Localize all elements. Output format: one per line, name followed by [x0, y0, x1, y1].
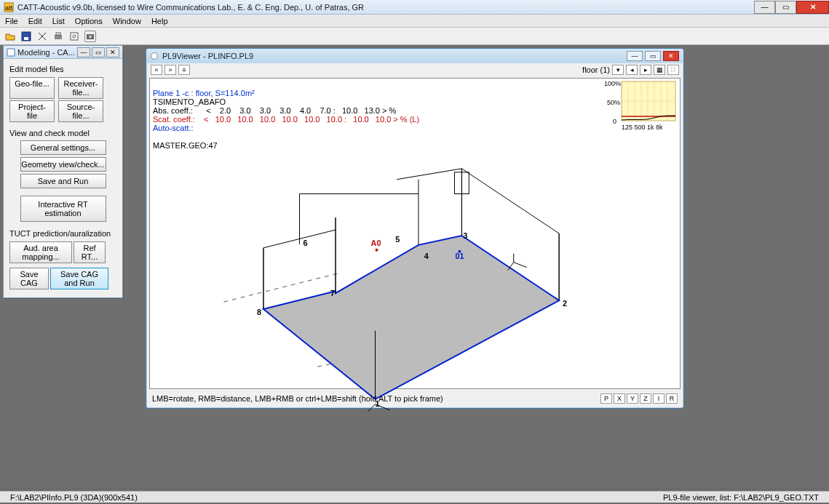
menubar: File Edit List Options Window Help: [0, 15, 829, 28]
menu-list[interactable]: List: [51, 17, 66, 25]
view-mode-buttons: P X Y Z I R: [600, 393, 678, 404]
preview-icon[interactable]: [68, 31, 80, 42]
pl9-viewer-window: PL9Viewer - PLINFO.PL9 — ▭ ✕ « » ≡ floor…: [146, 48, 684, 409]
ref-rt-button[interactable]: Ref RT...: [74, 241, 106, 263]
view-p-button[interactable]: P: [600, 393, 612, 404]
titlebar: att CATT-Acoustic v9.0b, licensed to Wir…: [0, 0, 829, 15]
floor-label: floor (1): [582, 65, 610, 74]
svg-text:5: 5: [395, 235, 400, 244]
svg-text:att: att: [5, 3, 13, 11]
view-z-button[interactable]: Z: [640, 393, 651, 404]
section-tuct-label: TUCT prediction/auralization: [9, 229, 116, 238]
viewer-maximize-button[interactable]: ▭: [645, 51, 661, 61]
aud-area-mapping-button[interactable]: Aud. area mapping...: [9, 241, 72, 263]
modeling-palette: Modeling - CA... — ▭ ✕ Edit model files …: [3, 45, 123, 298]
source-marker: A0: [371, 239, 381, 252]
interactive-rt-button[interactable]: Interactive RT estimation: [20, 196, 106, 222]
viewer-title: PL9Viewer - PLINFO.PL9: [162, 52, 624, 60]
svg-line-54: [368, 404, 376, 412]
source-file-button[interactable]: Source-file...: [58, 100, 103, 122]
svg-text:3: 3: [463, 231, 467, 240]
svg-rect-3: [24, 37, 28, 40]
section-edit-label: Edit model files: [9, 65, 116, 73]
svg-text:01: 01: [455, 252, 464, 260]
toggle-dots-button[interactable]: ∷: [667, 65, 679, 75]
nav-next-button[interactable]: »: [164, 65, 176, 75]
cut-icon[interactable]: [36, 31, 48, 42]
viewer-minimize-button[interactable]: —: [627, 51, 643, 61]
svg-text:6: 6: [303, 239, 307, 247]
geometry-view-button[interactable]: Geometry view/check...: [20, 157, 106, 172]
menu-edit[interactable]: Edit: [27, 17, 44, 25]
camera-icon[interactable]: [84, 31, 96, 42]
status-taskbar: F:\LAB2\PlInfo.PL9 (3DA)(900x541) PL9-fi…: [0, 491, 829, 503]
prev-plane-button[interactable]: ◂: [626, 65, 638, 75]
geometry-3d-view: 54 32 18 76 A0 01: [150, 79, 680, 388]
nav-first-button[interactable]: «: [151, 65, 162, 75]
app-icon: att: [4, 2, 14, 12]
palette-maximize-button[interactable]: ▭: [92, 47, 105, 57]
nav-list-button[interactable]: ≡: [178, 65, 190, 75]
viewer-canvas[interactable]: Plane 1 -c : floor, S=114.0m² TSIMENTO_A…: [149, 78, 681, 389]
print-icon[interactable]: [52, 31, 64, 42]
svg-line-55: [514, 263, 527, 268]
window-maximize-button[interactable]: [775, 1, 796, 14]
dropdown-icon[interactable]: ▾: [612, 65, 624, 75]
receiver-marker: 01: [455, 250, 464, 260]
section-view-label: View and check model: [9, 129, 116, 137]
next-plane-button[interactable]: ▸: [640, 65, 651, 75]
menu-options[interactable]: Options: [74, 17, 104, 25]
open-icon[interactable]: [4, 31, 16, 42]
palette-icon: [7, 48, 15, 57]
view-x-button[interactable]: X: [614, 393, 625, 404]
svg-text:8: 8: [257, 308, 261, 316]
svg-text:2: 2: [563, 299, 567, 308]
palette-close-button[interactable]: ✕: [106, 47, 119, 57]
mdi-area: Modeling - CA... — ▭ ✕ Edit model files …: [0, 45, 829, 488]
svg-rect-4: [55, 35, 62, 39]
svg-marker-26: [263, 236, 559, 399]
menu-help[interactable]: Help: [150, 17, 170, 25]
taskbar-right: PL9-file viewer, list: F:\LAB2\PL9_GEO.T…: [657, 493, 825, 502]
svg-rect-10: [7, 49, 15, 56]
svg-text:4: 4: [424, 252, 429, 260]
svg-point-9: [89, 35, 92, 38]
geo-file-button[interactable]: Geo-file...: [9, 77, 55, 99]
svg-text:7: 7: [330, 289, 335, 297]
palette-minimize-button[interactable]: —: [77, 47, 90, 57]
svg-rect-5: [56, 33, 60, 35]
viewer-icon: [151, 52, 158, 60]
svg-text:A0: A0: [371, 239, 381, 247]
svg-line-37: [461, 169, 559, 233]
viewer-close-button[interactable]: ✕: [663, 51, 679, 61]
save-and-run-button[interactable]: Save and Run: [20, 174, 106, 188]
view-y-button[interactable]: Y: [627, 393, 638, 404]
view-i-button[interactable]: I: [653, 393, 665, 404]
taskbar-left: F:\LAB2\PlInfo.PL9 (3DA)(900x541): [4, 493, 143, 502]
toggle-grid-button[interactable]: ▦: [654, 65, 665, 75]
view-r-button[interactable]: R: [666, 393, 678, 404]
svg-point-49: [376, 249, 378, 252]
menu-window[interactable]: Window: [111, 17, 143, 25]
menu-file[interactable]: File: [4, 17, 20, 25]
viewer-hint: LMB=rotate, RMB=distance, LMB+RMB or ctr…: [152, 394, 600, 403]
save-cag-button[interactable]: Save CAG: [9, 268, 49, 289]
window-minimize-button[interactable]: [754, 1, 775, 14]
general-settings-button[interactable]: General settings...: [20, 140, 106, 155]
svg-rect-6: [71, 33, 78, 40]
project-file-button[interactable]: Project-file: [9, 100, 55, 122]
save-icon[interactable]: [20, 31, 32, 42]
app-title: CATT-Acoustic v9.0b, licensed to Wire Co…: [17, 3, 754, 12]
window-close-button[interactable]: [796, 1, 829, 14]
receiver-file-button[interactable]: Receiver-file...: [58, 77, 103, 99]
toolbar: [0, 28, 829, 45]
palette-title: Modeling - CA...: [17, 48, 76, 57]
save-cag-and-run-button[interactable]: Save CAG and Run: [50, 268, 108, 289]
